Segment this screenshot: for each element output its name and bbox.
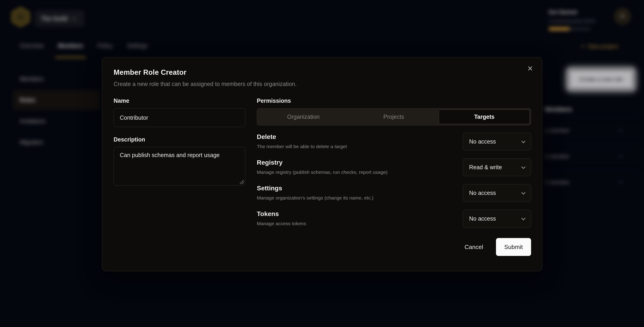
cancel-button[interactable]: Cancel	[464, 244, 483, 251]
dialog-title: Member Role Creator	[114, 68, 530, 77]
chevron-down-icon	[521, 139, 525, 143]
permissions-tab-targets[interactable]: Targets	[439, 110, 530, 124]
delete-access-select[interactable]: No access	[463, 133, 531, 150]
permission-title: Tokens	[257, 210, 306, 218]
close-icon[interactable]: ×	[525, 63, 535, 73]
member-role-creator-dialog: × Member Role Creator Create a new role …	[102, 57, 542, 271]
selected-value: Read & write	[469, 164, 502, 171]
chevron-down-icon	[521, 190, 525, 194]
submit-button[interactable]: Submit	[496, 238, 531, 256]
permission-description: Manage organization's settings (change i…	[257, 195, 374, 201]
registry-access-select[interactable]: Read & write	[463, 158, 531, 176]
permission-description: Manage access tokens	[257, 221, 306, 226]
role-description-textarea[interactable]: Can publish schemas and report usage	[114, 147, 245, 186]
name-label: Name	[114, 97, 245, 104]
tokens-access-select[interactable]: No access	[463, 210, 531, 228]
chevron-down-icon	[521, 216, 525, 220]
permissions-tab-projects[interactable]: Projects	[348, 110, 439, 124]
permission-title: Delete	[257, 133, 347, 141]
dialog-subtitle: Create a new role that can be assigned t…	[114, 81, 530, 87]
permission-row-settings: Settings Manage organization's settings …	[257, 184, 531, 202]
permissions-tab-bar: Organization Projects Targets	[257, 108, 531, 125]
permission-row-tokens: Tokens Manage access tokens No access	[257, 210, 531, 228]
description-label: Description	[114, 136, 245, 143]
permissions-label: Permissions	[257, 97, 531, 104]
settings-access-select[interactable]: No access	[463, 184, 531, 202]
permission-title: Registry	[257, 159, 388, 166]
permission-row-registry: Registry Manage registry (publish schema…	[257, 158, 531, 176]
permission-title: Settings	[257, 185, 374, 192]
selected-value: No access	[469, 190, 496, 196]
permission-row-delete: Delete The member will be able to delete…	[257, 133, 531, 150]
permission-description: Manage registry (publish schemas, run ch…	[257, 169, 388, 175]
role-name-input[interactable]	[114, 108, 245, 127]
permission-description: The member will be able to delete a targ…	[257, 144, 347, 149]
chevron-down-icon	[521, 165, 525, 169]
selected-value: No access	[469, 138, 496, 145]
selected-value: No access	[469, 215, 496, 222]
permissions-tab-organization[interactable]: Organization	[258, 110, 348, 124]
